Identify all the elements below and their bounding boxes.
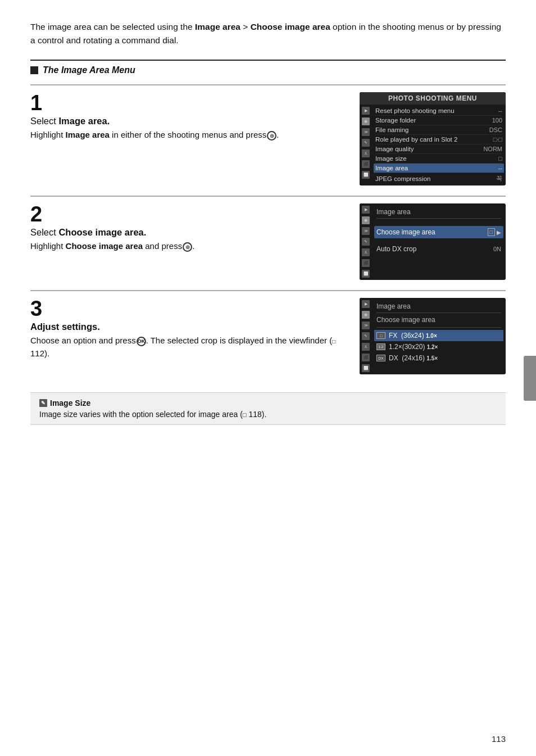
cam3-icon-6: ⬛: [362, 354, 370, 361]
cam2-val-2: 0N: [493, 246, 501, 252]
cam2-icon-3: ≫: [362, 227, 370, 235]
step-3-row: 3 Adjust settings. Choose an option and …: [30, 290, 506, 374]
note-text-close: ).: [262, 410, 267, 419]
cam1-label-8: JPEG compression: [375, 175, 430, 182]
step-2-number: 2: [30, 203, 349, 225]
step-2-row: 2 Select Choose image area. Highlight Ch…: [30, 196, 506, 280]
camera-screen-1: PHOTO SHOOTING MENU ▶ ◉ ≫ ✎ ♙ ⬛ ⬜ Reset …: [360, 92, 506, 185]
cam1-icon-1: ▶: [362, 107, 370, 115]
cam3-option-label-2: 1.2×(30x20) 1.2×: [389, 343, 438, 351]
step-1-left: 1 Select Image area. Highlight Image are…: [30, 92, 349, 142]
page-number: 113: [492, 734, 506, 744]
step-1-row: 1 Select Image area. Highlight Image are…: [30, 84, 506, 185]
cam3-option-label-1: FX (36x24) 1.0×: [389, 332, 437, 339]
cam1-val-3: DSC: [489, 126, 502, 133]
cam1-icons: ▶ ◉ ≫ ✎ ♙ ⬛ ⬜: [360, 105, 372, 185]
note-title-text: Image Size: [50, 399, 90, 408]
step-3-left: 3 Adjust settings. Choose an option and …: [30, 298, 349, 360]
step-2-press-icon: ⊕: [183, 242, 192, 252]
cam2-icons: ▶ ◉ ≫ ✎ ♙ ⬛ ⬜: [360, 203, 372, 280]
camera-screen-2: ▶ ◉ ≫ ✎ ♙ ⬛ ⬜ Image area Choose image ar…: [360, 203, 506, 280]
step-2-desc: Highlight Choose image area and press⊕.: [30, 240, 349, 253]
cam3-option-2: 1.2 1.2×(30x20) 1.2×: [376, 341, 501, 352]
cam2-label-1: Choose image area: [376, 228, 435, 236]
camera-screen-3: ▶ ◉ ≫ ✎ ♙ ⬛ ⬜ Image area Choose image ar…: [360, 298, 506, 374]
step-3-title: Adjust settings.: [30, 322, 349, 332]
cam3-subtitle: Choose image area: [376, 315, 501, 325]
cam3-icon-2: ◉: [362, 311, 370, 319]
cam1-row-1: Reset photo shooting menu --: [375, 106, 502, 116]
cam1-row-4: Role played by card in Slot 2 □·□: [375, 135, 502, 144]
step-2-screen: ▶ ◉ ≫ ✎ ♙ ⬛ ⬜ Image area Choose image ar…: [360, 203, 506, 280]
cam1-row-6: Image size □: [375, 154, 502, 164]
cam2-title: Image area: [376, 207, 501, 219]
cam1-val-7: --: [498, 165, 502, 171]
cam2-row-2: Auto DX crop 0N: [376, 243, 501, 255]
cam1-label-2: Storage folder: [375, 117, 416, 124]
step-3-screen: ▶ ◉ ≫ ✎ ♙ ⬛ ⬜ Image area Choose image ar…: [360, 298, 506, 374]
cam3-option-icon-2: 1.2: [376, 343, 385, 350]
cam3-title: Image area: [376, 301, 501, 313]
cam1-label-4: Role played by card in Slot 2: [375, 136, 457, 143]
step-1-screen: PHOTO SHOOTING MENU ▶ ◉ ≫ ✎ ♙ ⬛ ⬜ Reset …: [360, 92, 506, 185]
step-2-desc-bold: Choose image area: [66, 241, 143, 251]
cam2-label-2: Auto DX crop: [376, 245, 416, 253]
cam3-icon-1: ▶: [362, 300, 370, 308]
cam2-icon-4: ✎: [362, 238, 370, 246]
bottom-note: ✎ Image Size Image size varies with the …: [30, 392, 506, 425]
note-ref-num: 118: [248, 410, 261, 419]
cam1-icon-7: ⬜: [362, 171, 370, 179]
step-2-title: Select Choose image area.: [30, 227, 349, 238]
cam1-val-2: 100: [492, 117, 502, 124]
step-1-desc-bold: Image area: [66, 130, 110, 139]
cam2-row-1: Choose image area □ ▶: [374, 226, 503, 238]
cam3-icon-3: ≫: [362, 322, 370, 329]
step-1-title-bold: Image area.: [58, 116, 110, 126]
cam1-label-3: File naming: [375, 126, 408, 133]
cam1-icon-3: ≫: [362, 128, 370, 136]
step-3-desc-close: ).: [44, 348, 49, 358]
cam3-option-3: DX DX (24x16) 1.5×: [376, 352, 501, 364]
cam1-val-6: □: [498, 155, 502, 162]
note-ref-icon: □: [243, 411, 247, 418]
step-3-desc-after: . The selected crop is displayed in the …: [146, 336, 333, 345]
cam2-icon-2: ◉: [362, 216, 370, 224]
cam1-body: ▶ ◉ ≫ ✎ ♙ ⬛ ⬜ Reset photo shooting menu …: [360, 105, 506, 185]
step-2-title-bold: Choose image area.: [58, 227, 146, 237]
step-1-desc: Highlight Image area in either of the sh…: [30, 129, 349, 142]
bottom-note-text: Image size varies with the option select…: [39, 410, 497, 419]
step-1-number: 1: [30, 92, 349, 114]
cam3-icons: ▶ ◉ ≫ ✎ ♙ ⬛ ⬜: [360, 298, 372, 374]
cam1-icon-2: ◉: [362, 117, 370, 125]
cam1-icon-4: ✎: [362, 139, 370, 147]
step-1-press-icon: ⊕: [267, 131, 276, 141]
cam3-icon-5: ♙: [362, 343, 370, 351]
step-3-title-bold: Adjust settings.: [30, 322, 100, 332]
note-text-before: Image size varies with the option select…: [39, 410, 243, 419]
step-1-desc-before: Highlight: [30, 130, 66, 139]
cam3-option-label-3: DX (24x16) 1.5×: [389, 354, 438, 362]
cam2-icon-5: ♙: [362, 248, 370, 256]
cam2-arrow-1: ▶: [497, 229, 501, 236]
cam1-menu: Reset photo shooting menu -- Storage fol…: [372, 105, 506, 185]
step-3-number: 3: [30, 298, 349, 319]
step-1-desc-after: in either of the shooting menus and pres…: [110, 130, 266, 139]
cam1-row-8: JPEG compression 꼭: [375, 173, 502, 184]
cam1-label-1: Reset photo shooting menu: [375, 107, 455, 114]
step-2-desc-before: Highlight: [30, 241, 66, 251]
intro-text-middle: >: [240, 22, 251, 31]
cam2-icon-1: ▶: [362, 206, 370, 214]
step-3-ref-icon: □: [332, 338, 335, 345]
bottom-note-title: ✎ Image Size: [39, 399, 497, 408]
cam2-body: ▶ ◉ ≫ ✎ ♙ ⬛ ⬜ Image area Choose image ar…: [360, 203, 506, 280]
cam1-header: PHOTO SHOOTING MENU: [360, 92, 506, 105]
note-icon: ✎: [39, 399, 47, 407]
intro-bold2: Choose image area: [251, 22, 330, 31]
cam1-val-5: NORM: [483, 146, 502, 152]
right-tab: [524, 356, 536, 401]
step-3-desc: Choose an option and pressOK. The select…: [30, 334, 349, 360]
section-header-title: The Image Area Menu: [43, 65, 135, 75]
cam1-label-5: Image quality: [375, 146, 414, 152]
cam1-row-7: Image area --: [374, 164, 504, 173]
step-3-desc-before: Choose an option and press: [30, 336, 136, 345]
